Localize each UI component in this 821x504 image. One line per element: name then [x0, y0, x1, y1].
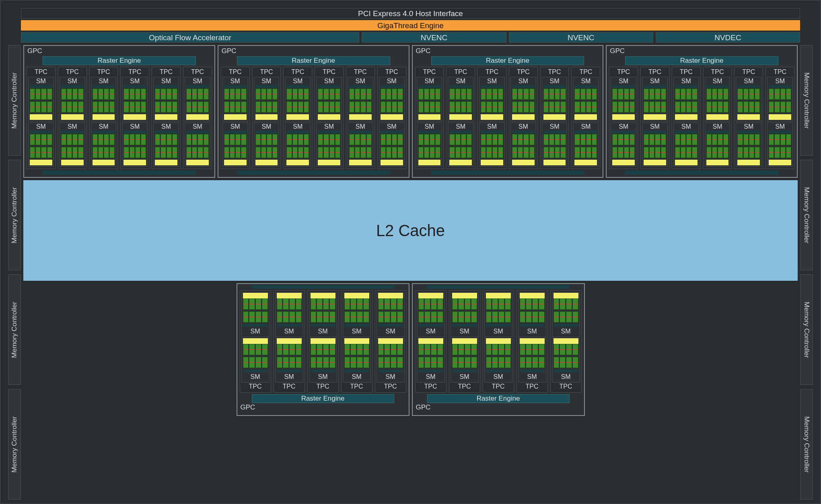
cuda-core-column: [786, 134, 791, 145]
cuda-core-column: [526, 357, 532, 368]
tpc-block: TPCSMSM: [509, 67, 538, 169]
cuda-core-column: [755, 134, 760, 145]
cuda-core-block: [452, 298, 477, 310]
sm-block: SM: [153, 77, 179, 121]
cuda-core-block: [155, 88, 177, 100]
cuda-core-column: [532, 357, 538, 368]
cuda-core-column: [529, 101, 535, 113]
cuda-core-block: [418, 298, 443, 310]
cuda-core-column: [397, 357, 403, 368]
sm-block: SM: [484, 338, 512, 383]
cuda-core-block: [318, 101, 340, 113]
cuda-core-column: [492, 357, 498, 368]
cuda-core-column: [141, 101, 146, 113]
cuda-core-block: [574, 134, 597, 145]
sm-block: SM: [736, 77, 761, 121]
sm-cache-strip: [769, 131, 791, 133]
cuda-core-block: [123, 88, 146, 100]
tpc-label: TPC: [185, 68, 210, 76]
sm-cache-strip: [255, 85, 278, 88]
cuda-core-column: [465, 311, 471, 323]
cuda-core-column: [449, 147, 455, 158]
tensor-core-strip: [612, 114, 635, 120]
cuda-core-column: [661, 147, 666, 158]
sm-cache-strip: [512, 131, 535, 133]
cuda-core-block: [520, 311, 545, 323]
cuda-core-column: [357, 344, 363, 355]
cuda-core-column: [467, 101, 472, 113]
tpc-label: TPC: [518, 383, 546, 391]
cuda-core-column: [430, 88, 435, 100]
cuda-core-column: [318, 134, 323, 145]
cuda-core-column: [749, 88, 754, 100]
cuda-core-column: [737, 101, 743, 113]
cuda-core-column: [317, 298, 323, 310]
cuda-core-column: [241, 101, 246, 113]
cuda-core-column: [123, 147, 129, 158]
cuda-core-column: [198, 147, 203, 158]
cuda-core-column: [298, 88, 303, 100]
cuda-core-column: [186, 147, 191, 158]
cuda-core-column: [243, 344, 249, 355]
tensor-core-strip: [481, 114, 503, 120]
cuda-core-column: [198, 88, 203, 100]
cuda-core-column: [471, 344, 477, 355]
sm-cache-strip: [574, 85, 597, 88]
cuda-core-column: [235, 101, 241, 113]
sm-block: SM: [705, 122, 730, 167]
sm-label: SM: [554, 327, 578, 335]
cuda-core-column: [296, 357, 302, 368]
cuda-core-column: [277, 311, 283, 323]
cuda-core-column: [167, 101, 172, 113]
cuda-core-column: [786, 88, 791, 100]
cuda-core-column: [644, 134, 649, 145]
tensor-core-strip: [318, 114, 340, 120]
cuda-core-column: [644, 101, 649, 113]
tensor-core-strip: [255, 114, 278, 120]
cuda-core-column: [675, 134, 680, 145]
cuda-core-block: [186, 88, 209, 100]
cuda-core-column: [160, 88, 166, 100]
cuda-core-block: [644, 88, 666, 100]
cuda-core-column: [465, 298, 471, 310]
tpc-block: TPCSMSM: [27, 67, 56, 169]
sm-cache-strip: [243, 324, 268, 327]
cuda-core-column: [283, 344, 289, 355]
sm-cache-strip: [737, 131, 760, 133]
cuda-core-column: [204, 101, 209, 113]
sm-cache-strip: [186, 131, 209, 133]
cuda-core-block: [30, 134, 52, 145]
sm-block: SM: [542, 122, 568, 167]
sm-cache-strip: [449, 131, 472, 133]
sm-cache-strip: [61, 131, 84, 133]
tensor-core-strip: [675, 114, 698, 120]
cuda-core-column: [241, 147, 246, 158]
tpc-block: TPCSMSM: [346, 67, 375, 169]
cuda-core-column: [737, 147, 743, 158]
gpc-rop-bar: [427, 285, 570, 289]
sm-cache-strip: [612, 85, 635, 88]
cuda-core-column: [675, 147, 680, 158]
cuda-core-column: [523, 101, 529, 113]
sm-label: SM: [286, 77, 309, 85]
cuda-core-column: [41, 101, 46, 113]
cuda-core-column: [712, 101, 717, 113]
sm-block: SM: [60, 122, 85, 167]
cuda-core-column: [360, 88, 366, 100]
tensor-core-strip: [769, 114, 791, 120]
cuda-core-column: [72, 88, 78, 100]
cuda-core-column: [366, 134, 372, 145]
tensor-core-strip: [286, 114, 309, 120]
sm-label: SM: [418, 373, 443, 381]
cuda-core-column: [712, 134, 717, 145]
cuda-core-column: [686, 88, 691, 100]
cuda-core-block: [286, 101, 309, 113]
cuda-core-column: [774, 147, 780, 158]
sm-block: SM: [705, 77, 730, 121]
cuda-core-column: [560, 298, 566, 310]
cuda-core-column: [543, 101, 549, 113]
cuda-core-block: [61, 147, 84, 158]
sm-label: SM: [93, 123, 115, 131]
cuda-core-column: [498, 88, 503, 100]
cuda-core-column: [492, 311, 498, 323]
